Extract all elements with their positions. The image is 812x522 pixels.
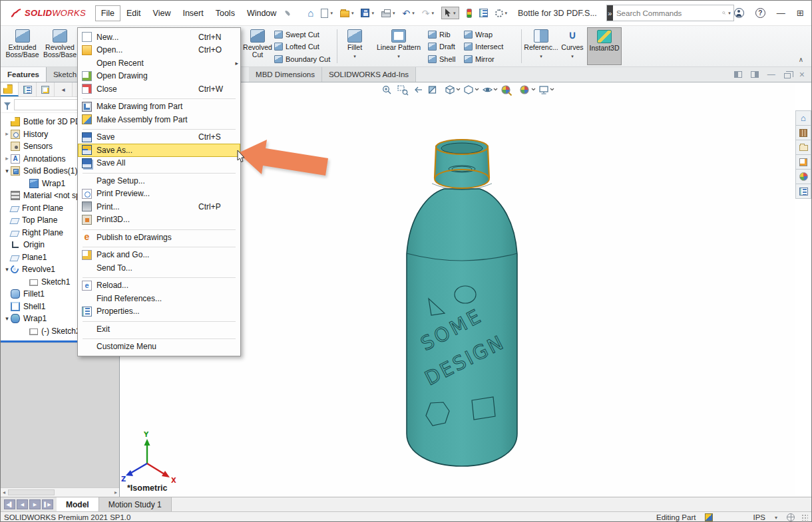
taskpane-home-tab[interactable]: ⌂ bbox=[795, 110, 811, 126]
tab-solidworks-addins[interactable]: SOLIDWORKS Add-Ins bbox=[322, 67, 416, 82]
search-icon[interactable] bbox=[722, 9, 725, 17]
hide-show-items-icon[interactable] bbox=[483, 88, 492, 92]
reference-geometry-button[interactable]: Referenc... ▾ bbox=[524, 27, 558, 65]
last-study-icon[interactable]: ▌▶ bbox=[42, 499, 53, 509]
revolved-cut-button[interactable]: Revolved Cut bbox=[241, 27, 274, 65]
expand-arrow-icon[interactable] bbox=[3, 267, 11, 273]
search-menu-icon[interactable]: » bbox=[607, 5, 613, 21]
options-button[interactable]: ▾ bbox=[495, 9, 508, 17]
menu-item[interactable] bbox=[78, 244, 240, 249]
menu-insert[interactable]: Insert bbox=[176, 6, 209, 21]
panel-collapse-button[interactable]: ◂ bbox=[55, 82, 73, 96]
help-icon[interactable]: ? bbox=[755, 8, 765, 18]
chevron-down-icon[interactable]: ▾ bbox=[412, 11, 415, 15]
scroll-right-icon[interactable]: ▸ bbox=[114, 489, 117, 495]
previous-view-icon[interactable] bbox=[415, 87, 422, 92]
instant3d-button[interactable]: Instant3D bbox=[587, 27, 622, 65]
mirror-button[interactable]: Mirror bbox=[464, 53, 518, 65]
menu-view[interactable]: View bbox=[147, 6, 177, 21]
taskpane-custom-properties-tab[interactable] bbox=[795, 184, 811, 199]
draft-button[interactable]: Draft bbox=[428, 41, 464, 53]
first-study-icon[interactable]: ◀▌ bbox=[4, 499, 15, 509]
menu-item[interactable]: Exit bbox=[78, 323, 240, 336]
new-document-button[interactable]: ▾ bbox=[321, 9, 333, 18]
zoom-to-fit-icon[interactable] bbox=[383, 86, 391, 94]
chevron-down-icon[interactable] bbox=[494, 88, 497, 90]
intersect-button[interactable]: Intersect bbox=[464, 41, 518, 53]
resize-grip[interactable] bbox=[801, 514, 808, 521]
chevron-down-icon[interactable]: ▾ bbox=[540, 53, 542, 60]
edit-appearance-icon[interactable] bbox=[502, 86, 512, 96]
open-button[interactable]: ▾ bbox=[340, 9, 354, 17]
menu-window[interactable]: Window bbox=[241, 6, 282, 21]
chevron-down-icon[interactable] bbox=[475, 88, 479, 90]
redo-button[interactable]: ↷▾ bbox=[422, 9, 434, 18]
shell-button[interactable]: Shell bbox=[428, 53, 464, 65]
menu-item[interactable]: Save Ctrl+S bbox=[78, 131, 240, 144]
panel-horizontal-scrollbar[interactable]: ◂ ▸ bbox=[1, 487, 119, 497]
doc-restore-icon[interactable] bbox=[784, 73, 791, 78]
taskpane-appearances-tab[interactable] bbox=[795, 169, 811, 184]
chevron-down-icon[interactable]: ▾ bbox=[393, 11, 395, 15]
chevron-down-icon[interactable]: ▾ bbox=[351, 11, 354, 15]
extruded-boss-base-button[interactable]: Extruded Boss/Base bbox=[3, 27, 41, 65]
menu-item[interactable]: Find References... bbox=[78, 292, 240, 305]
expand-arrow-icon[interactable] bbox=[3, 316, 11, 322]
minimize-button[interactable]: — bbox=[777, 9, 785, 17]
section-view-icon[interactable] bbox=[429, 86, 436, 93]
menu-item[interactable]: Save All bbox=[78, 157, 240, 170]
menu-item[interactable]: Send To... bbox=[78, 261, 240, 275]
heads-up-toolbar[interactable] bbox=[381, 84, 556, 96]
search-input[interactable] bbox=[613, 9, 722, 17]
menu-item[interactable] bbox=[78, 336, 240, 340]
swept-cut-button[interactable]: Swept Cut bbox=[274, 29, 334, 41]
menu-item[interactable]: Pack and Go... bbox=[78, 249, 240, 262]
menu-item[interactable]: Open... Ctrl+O bbox=[78, 44, 240, 57]
chevron-down-icon[interactable]: ▾ bbox=[371, 11, 374, 15]
pin-menu-icon[interactable] bbox=[285, 10, 291, 16]
taskpane-design-library-tab[interactable] bbox=[795, 125, 811, 140]
chevron-down-icon[interactable]: ▾ bbox=[330, 11, 333, 15]
collapse-ribbon-icon[interactable]: ∧ bbox=[799, 56, 809, 65]
expand-arrow-icon[interactable] bbox=[3, 168, 11, 174]
zoom-to-area-icon[interactable] bbox=[398, 86, 408, 95]
tab-propertymanager[interactable] bbox=[19, 82, 37, 96]
menu-tools[interactable]: Tools bbox=[210, 6, 241, 21]
chevron-down-icon[interactable]: ▾ bbox=[431, 11, 434, 15]
menu-item[interactable]: Open Drawing bbox=[78, 70, 240, 83]
lofted-cut-button[interactable]: Lofted Cut bbox=[274, 41, 334, 53]
chevron-down-icon[interactable] bbox=[457, 88, 460, 90]
tab-motion-study-1[interactable]: Motion Study 1 bbox=[99, 497, 172, 511]
doc-minimize-icon[interactable]: — bbox=[767, 70, 775, 79]
tab-featuremanager[interactable] bbox=[1, 82, 19, 96]
view-orientation-icon[interactable] bbox=[446, 86, 454, 94]
properties-list-button[interactable] bbox=[479, 9, 488, 17]
undo-button[interactable]: ↶▾ bbox=[402, 9, 414, 18]
tag-globe-icon[interactable] bbox=[787, 513, 795, 521]
view-settings-icon[interactable] bbox=[540, 86, 548, 94]
arrange-windows-icon[interactable]: ⊞ bbox=[797, 9, 804, 17]
chevron-down-icon[interactable] bbox=[550, 88, 554, 90]
fillet-button[interactable]: Fillet ▾ bbox=[340, 27, 369, 65]
curves-button[interactable]: ∪ Curves ▾ bbox=[558, 27, 587, 65]
wrap-button[interactable]: Wrap bbox=[464, 29, 518, 41]
menu-item[interactable]: Print3D... bbox=[78, 213, 240, 227]
expand-arrow-icon[interactable] bbox=[3, 156, 11, 162]
taskpane-view-palette-tab[interactable] bbox=[795, 154, 811, 170]
pane-left-icon[interactable] bbox=[734, 71, 742, 78]
tab-model[interactable]: Model bbox=[57, 497, 99, 511]
menu-item[interactable] bbox=[78, 96, 240, 100]
scrollbar-thumb[interactable] bbox=[8, 489, 55, 495]
taskpane-file-explorer-tab[interactable] bbox=[795, 140, 811, 155]
rib-button[interactable]: Rib bbox=[428, 29, 464, 41]
doc-close-icon[interactable]: × bbox=[799, 69, 805, 80]
save-button[interactable]: ▾ bbox=[361, 9, 374, 17]
chevron-down-icon[interactable]: ▾ bbox=[353, 53, 356, 60]
chevron-down-icon[interactable]: ▾ bbox=[505, 11, 508, 15]
display-style-icon[interactable] bbox=[465, 86, 473, 94]
menu-item[interactable]: New... Ctrl+N bbox=[78, 31, 240, 44]
user-account-icon[interactable] bbox=[734, 8, 744, 18]
menu-item[interactable] bbox=[78, 170, 240, 174]
home-button[interactable]: ⌂ bbox=[307, 8, 313, 18]
pane-right-icon[interactable] bbox=[751, 71, 759, 78]
